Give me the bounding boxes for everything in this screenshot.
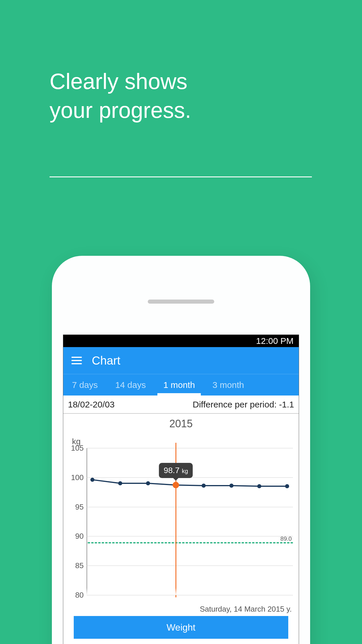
promo-headline-line1: Clearly shows [50,67,191,96]
x-axis-fade [87,588,293,595]
phone-screen: 12:00 PM Chart 7 days14 days1 month3 mon… [63,335,299,644]
y-tick-label: 105 [71,444,87,453]
svg-point-0 [90,478,94,482]
chart-title: 2015 [63,418,299,430]
tooltip-unit: kg [182,468,188,475]
app-bar: Chart [63,347,299,374]
status-time: 12:00 PM [256,336,294,346]
tab-1-month[interactable]: 1 month [154,374,203,396]
promo-divider [50,176,312,177]
phone-speaker [148,300,214,304]
tooltip-value: 98.7 [164,466,180,475]
weight-button-label: Weight [166,622,195,633]
tab-7-days[interactable]: 7 days [63,374,106,396]
weight-button[interactable]: Weight [74,616,288,639]
svg-point-1 [118,481,122,485]
svg-point-2 [146,481,150,485]
promo-headline: Clearly shows your progress. [50,67,191,125]
svg-point-4 [202,484,206,488]
y-tick-label: 100 [71,473,87,482]
y-tick-label: 95 [75,502,87,511]
tab-3-month[interactable]: 3 month [204,374,253,396]
svg-point-7 [285,484,289,488]
svg-point-6 [257,484,261,488]
period-diff: Difference per period: -1.1 [193,400,294,410]
app-bar-title: Chart [92,354,120,367]
y-tick-label: 85 [75,561,87,570]
chart-plot[interactable]: 8085909510010589.098.7kg [87,448,293,595]
period-summary-row: 18/02-20/03 Difference per period: -1.1 [63,396,299,414]
tab-14-days[interactable]: 14 days [106,374,154,396]
grid-line [87,595,293,595]
status-bar: 12:00 PM [63,335,299,347]
y-tick-label: 80 [75,591,87,600]
svg-point-5 [229,484,233,488]
period-range: 18/02-20/03 [68,400,115,410]
data-tooltip: 98.7kg [159,463,193,478]
menu-icon[interactable] [71,357,82,364]
y-tick-label: 90 [75,532,87,541]
highlight-date: Saturday, 14 March 2015 y. [200,605,292,614]
chart-area[interactable]: 2015 kg 8085909510010589.098.7kg Saturda… [63,414,299,644]
promo-headline-line2: your progress. [50,96,191,125]
phone-frame: 12:00 PM Chart 7 days14 days1 month3 mon… [52,256,310,644]
period-tabs: 7 days14 days1 month3 month [63,374,299,396]
